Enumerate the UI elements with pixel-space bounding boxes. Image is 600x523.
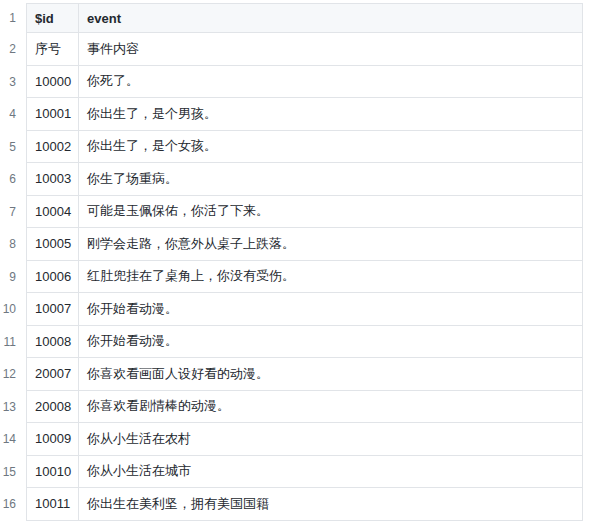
id-cell: 20007 — [26, 358, 78, 391]
id-cell: 10011 — [26, 488, 78, 521]
id-cell: 10004 — [26, 196, 78, 229]
row-number: 9 — [0, 261, 26, 294]
event-cell: 你死了。 — [78, 66, 583, 99]
id-cell: 10010 — [26, 456, 78, 489]
id-cell: 10008 — [26, 326, 78, 359]
table-row: 13 20008 你喜欢看剧情棒的动漫。 — [0, 391, 583, 424]
table-row: 3 10000 你死了。 — [0, 66, 583, 99]
csv-table: 1 $id event 2 序号 事件内容 3 10000 你死了。 4 100… — [0, 3, 583, 521]
row-number: 1 — [0, 3, 26, 33]
id-cell: 10005 — [26, 228, 78, 261]
row-number: 3 — [0, 66, 26, 99]
event-cell: 红肚兜挂在了桌角上，你没有受伤。 — [78, 261, 583, 294]
event-cell: 刚学会走路，你意外从桌子上跌落。 — [78, 228, 583, 261]
id-cell: 10001 — [26, 98, 78, 131]
row-number: 15 — [0, 456, 26, 489]
table-body: 2 序号 事件内容 3 10000 你死了。 4 10001 你出生了，是个男孩… — [0, 33, 583, 521]
table-row: 15 10010 你从小生活在城市 — [0, 456, 583, 489]
column-header-id: $id — [26, 3, 78, 33]
event-cell: 你开始看动漫。 — [78, 293, 583, 326]
id-cell: 10002 — [26, 131, 78, 164]
id-cell: 10003 — [26, 163, 78, 196]
table-header-row: 1 $id event — [0, 3, 583, 33]
table-row: 14 10009 你从小生活在农村 — [0, 423, 583, 456]
event-cell: 你从小生活在城市 — [78, 456, 583, 489]
id-cell: 10006 — [26, 261, 78, 294]
row-number: 8 — [0, 228, 26, 261]
column-header-event: event — [78, 3, 583, 33]
id-cell: 10007 — [26, 293, 78, 326]
table-row: 8 10005 刚学会走路，你意外从桌子上跌落。 — [0, 228, 583, 261]
row-number: 14 — [0, 423, 26, 456]
event-cell: 你开始看动漫。 — [78, 326, 583, 359]
table-row: 2 序号 事件内容 — [0, 33, 583, 66]
row-number: 13 — [0, 391, 26, 424]
table-row: 11 10008 你开始看动漫。 — [0, 326, 583, 359]
event-cell: 你出生了，是个女孩。 — [78, 131, 583, 164]
row-number: 4 — [0, 98, 26, 131]
table-row: 16 10011 你出生在美利坚，拥有美国国籍 — [0, 488, 583, 521]
table-row: 12 20007 你喜欢看画面人设好看的动漫。 — [0, 358, 583, 391]
event-cell: 事件内容 — [78, 33, 583, 66]
id-cell: 10000 — [26, 66, 78, 99]
event-cell: 你生了场重病。 — [78, 163, 583, 196]
event-cell: 你从小生活在农村 — [78, 423, 583, 456]
row-number: 6 — [0, 163, 26, 196]
row-number: 12 — [0, 358, 26, 391]
row-number: 7 — [0, 196, 26, 229]
table-row: 10 10007 你开始看动漫。 — [0, 293, 583, 326]
row-number: 2 — [0, 33, 26, 66]
id-cell: 10009 — [26, 423, 78, 456]
event-cell: 你出生在美利坚，拥有美国国籍 — [78, 488, 583, 521]
table-row: 6 10003 你生了场重病。 — [0, 163, 583, 196]
event-cell: 你喜欢看画面人设好看的动漫。 — [78, 358, 583, 391]
event-cell: 你出生了，是个男孩。 — [78, 98, 583, 131]
row-number: 10 — [0, 293, 26, 326]
table-row: 5 10002 你出生了，是个女孩。 — [0, 131, 583, 164]
row-number: 5 — [0, 131, 26, 164]
event-cell: 可能是玉佩保佑，你活了下来。 — [78, 196, 583, 229]
event-cell: 你喜欢看剧情棒的动漫。 — [78, 391, 583, 424]
id-cell: 20008 — [26, 391, 78, 424]
table-row: 7 10004 可能是玉佩保佑，你活了下来。 — [0, 196, 583, 229]
row-number: 11 — [0, 326, 26, 359]
table-row: 4 10001 你出生了，是个男孩。 — [0, 98, 583, 131]
table-row: 9 10006 红肚兜挂在了桌角上，你没有受伤。 — [0, 261, 583, 294]
id-cell: 序号 — [26, 33, 78, 66]
row-number: 16 — [0, 488, 26, 521]
